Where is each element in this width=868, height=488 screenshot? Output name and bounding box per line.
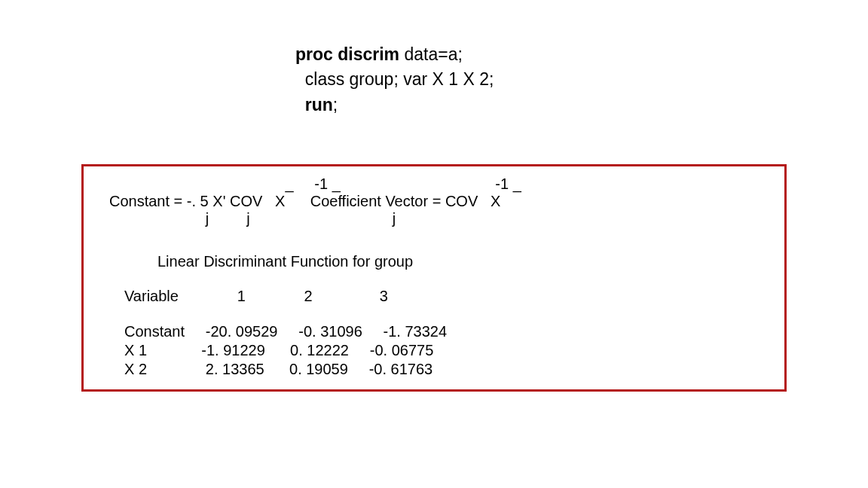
code-line-3: run;: [295, 93, 494, 117]
formula-row-1: _ -1 _ -1 _: [109, 175, 769, 193]
output-box: _ -1 _ -1 _ Constant = -. 5 X' COV X Coe…: [81, 164, 787, 392]
ldf-table: Variable 1 2 3 Constant -20. 09529 -0. 3…: [124, 287, 769, 379]
table-header: Variable 1 2 3: [124, 287, 769, 306]
table-body: Constant -20. 09529 -0. 31096 -1. 73324 …: [124, 322, 769, 379]
run-keyword: run: [305, 95, 333, 114]
formula-block: _ -1 _ -1 _ Constant = -. 5 X' COV X Coe…: [109, 175, 769, 227]
table-row: X 1 -1. 91229 0. 12222 -0. 06775: [124, 341, 769, 360]
ldf-title: Linear Discriminant Function for group: [157, 253, 769, 270]
sas-code-block: proc discrim data=a; class group; var X …: [295, 42, 494, 117]
code-line-2: class group; var X 1 X 2;: [295, 67, 494, 92]
proc-discrim-keyword: proc discrim: [295, 44, 399, 64]
table-row: X 2 2. 13365 0. 19059 -0. 61763: [124, 360, 769, 379]
table-row: Constant -20. 09529 -0. 31096 -1. 73324: [124, 322, 769, 341]
code-line-1-rest: data=a;: [399, 44, 463, 64]
formula-row-2: Constant = -. 5 X' COV X Coefficient Vec…: [109, 193, 769, 210]
formula-row-3: j j j: [109, 210, 769, 227]
code-line-1: proc discrim data=a;: [295, 42, 494, 67]
